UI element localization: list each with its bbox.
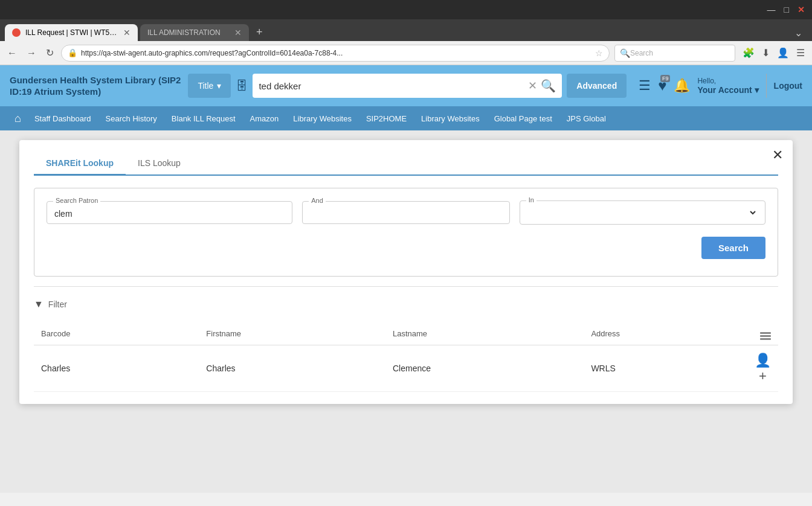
form-actions: Search (47, 237, 765, 259)
toolbar-icons: 🧩 ⬇ 👤 ☰ (740, 45, 807, 61)
table-header: Barcode Firstname Lastname Address (34, 322, 778, 345)
app-title-line2: ID:19 Atrium System) (10, 86, 181, 98)
tab-close-active[interactable]: ✕ (123, 28, 130, 37)
browser-titlebar: — □ ✕ (0, 0, 812, 19)
col-actions (747, 322, 778, 345)
back-button[interactable]: ← (5, 45, 19, 61)
search-clear-button[interactable]: ✕ (528, 79, 537, 92)
notifications-button[interactable]: 🔔 (674, 78, 690, 94)
table-row: Charles Charles Clemence WRLS 👤+ (34, 345, 778, 392)
list-icon: ☰ (639, 78, 651, 93)
menu-icon[interactable]: ☰ (794, 45, 807, 61)
row-barcode: Charles (34, 345, 199, 392)
tab-ils-lookup[interactable]: ILS Lookup (126, 152, 193, 176)
search-input-wrap: ✕ 🔍 (253, 74, 562, 98)
database-icon: 🗄 (236, 79, 248, 93)
browser-tab-inactive[interactable]: ILL ADMINISTRATION ✕ (140, 24, 249, 41)
col-address: Address (584, 322, 747, 345)
app-title-line1: Gundersen Health System Library (SIP2 (10, 74, 181, 86)
sidebar-item-global-page-test[interactable]: Global Page test (488, 109, 558, 128)
tab-shareit-lookup[interactable]: SHAREit Lookup (34, 152, 126, 176)
results-section: ▼ Filter Barcode Firstname Lastname Addr… (34, 286, 778, 392)
download-icon[interactable]: ⬇ (759, 45, 772, 61)
sidebar-item-search-history[interactable]: Search History (100, 109, 163, 128)
nav-home-button[interactable]: ⌂ (10, 107, 26, 130)
patron-search-input[interactable] (54, 207, 285, 219)
search-bar-container: Title ▾ 🗄 ✕ 🔍 Advanced (188, 74, 627, 98)
sidebar-item-jps-global[interactable]: JPS Global (561, 109, 612, 128)
table-body: Charles Charles Clemence WRLS 👤+ (34, 345, 778, 392)
account-area[interactable]: Hello, Your Account ▾ (697, 77, 758, 95)
add-patron-button[interactable]: 👤+ (755, 353, 771, 384)
row-add-patron[interactable]: 👤+ (747, 345, 778, 392)
row-lastname: Clemence (385, 345, 584, 392)
app-title: Gundersen Health System Library (SIP2 ID… (10, 74, 181, 98)
extensions-icon[interactable]: 🧩 (740, 45, 757, 61)
modal-tabs: SHAREit Lookup ILS Lookup (34, 152, 778, 176)
sidebar-item-blank-ill-request[interactable]: Blank ILL Request (166, 109, 242, 128)
tab-title-inactive: ILL ADMINISTRATION (147, 28, 230, 37)
hello-text: Hello, (697, 77, 716, 85)
tab-favicon (12, 28, 21, 37)
patron-field-label: Search Patron (53, 197, 100, 204)
filter-label: Filter (48, 299, 67, 309)
advanced-button[interactable]: Advanced (567, 74, 627, 98)
browser-tab-active[interactable]: ILL Request | STWI | WT59 | Auto... ✕ (5, 24, 138, 41)
row-firstname: Charles (199, 345, 385, 392)
bell-icon: 🔔 (674, 78, 690, 93)
and-field-label: And (309, 197, 326, 204)
app-header: Gundersen Health System Library (SIP2 ID… (0, 65, 812, 106)
modal-close-button[interactable]: ✕ (772, 147, 783, 163)
favorites-button[interactable]: ♥ F9 (658, 77, 666, 94)
columns-arrange-icon[interactable] (760, 332, 771, 340)
home-icon: ⌂ (14, 112, 21, 124)
profile-icon[interactable]: 👤 (775, 45, 791, 61)
main-content: ✕ SHAREit Lookup ILS Lookup Search Patro… (0, 130, 812, 493)
new-tab-button[interactable]: + (251, 24, 268, 41)
row-address: WRLS (584, 345, 747, 392)
browser-search-text: Search (630, 49, 653, 57)
list-view-button[interactable]: ☰ (639, 78, 651, 94)
address-bar[interactable]: 🔒 https://qa-stwi-agent.auto-graphics.co… (61, 45, 610, 62)
f9-badge: F9 (660, 75, 671, 82)
browser-addressbar: ← → ↻ 🔒 https://qa-stwi-agent.auto-graph… (0, 41, 812, 65)
search-go-button[interactable]: 🔍 (541, 78, 556, 93)
sidebar-item-library-websites-1[interactable]: Library Websites (287, 109, 358, 128)
header-icons: ☰ ♥ F9 🔔 (639, 77, 690, 94)
filter-icon: ▼ (34, 299, 44, 310)
in-field: In Name Barcode Email (520, 200, 765, 225)
bookmark-icon[interactable]: ☆ (595, 48, 603, 58)
account-name: Your Account ▾ (697, 85, 758, 95)
add-person-icon: 👤+ (755, 353, 771, 383)
col-lastname: Lastname (385, 322, 584, 345)
url-display: https://qa-stwi-agent.auto-graphics.com/… (81, 49, 591, 57)
refresh-button[interactable]: ↻ (44, 45, 56, 61)
browser-tabs-bar: ILL Request | STWI | WT59 | Auto... ✕ IL… (0, 19, 812, 41)
maximize-icon[interactable]: □ (782, 5, 791, 14)
results-table: Barcode Firstname Lastname Address (34, 322, 778, 392)
sidebar-item-library-websites-2[interactable]: Library Websites (415, 109, 486, 128)
logout-button[interactable]: Logout (766, 74, 802, 98)
and-field: And (302, 201, 510, 224)
sidebar-item-sip2home[interactable]: SIP2HOME (360, 109, 413, 128)
main-search-input[interactable] (259, 81, 524, 91)
forward-button[interactable]: → (24, 45, 39, 61)
sidebar-item-staff-dashboard[interactable]: Staff Dashboard (28, 109, 97, 128)
in-dropdown[interactable]: Name Barcode Email (527, 206, 758, 219)
browser-search-box[interactable]: 🔍 Search (614, 45, 735, 62)
minimize-icon[interactable]: — (765, 5, 778, 14)
tab-overflow-icon[interactable]: ⌄ (790, 25, 807, 41)
sidebar-item-amazon[interactable]: Amazon (244, 109, 285, 128)
lock-icon: 🔒 (68, 48, 77, 57)
modal-overlay: ✕ SHAREit Lookup ILS Lookup Search Patro… (19, 140, 793, 404)
patron-search-button[interactable]: Search (701, 237, 765, 259)
search-type-dropdown[interactable]: Title ▾ (188, 74, 231, 98)
col-firstname: Firstname (199, 322, 385, 345)
search-form-container: Search Patron And In Name Barcode Email (34, 188, 778, 277)
account-chevron-icon: ▾ (755, 85, 759, 95)
browser-search-icon: 🔍 (620, 48, 630, 58)
and-input[interactable] (310, 207, 502, 219)
search-type-label: Title (198, 81, 213, 91)
close-icon[interactable]: ✕ (795, 5, 807, 14)
tab-close-inactive[interactable]: ✕ (234, 28, 242, 37)
